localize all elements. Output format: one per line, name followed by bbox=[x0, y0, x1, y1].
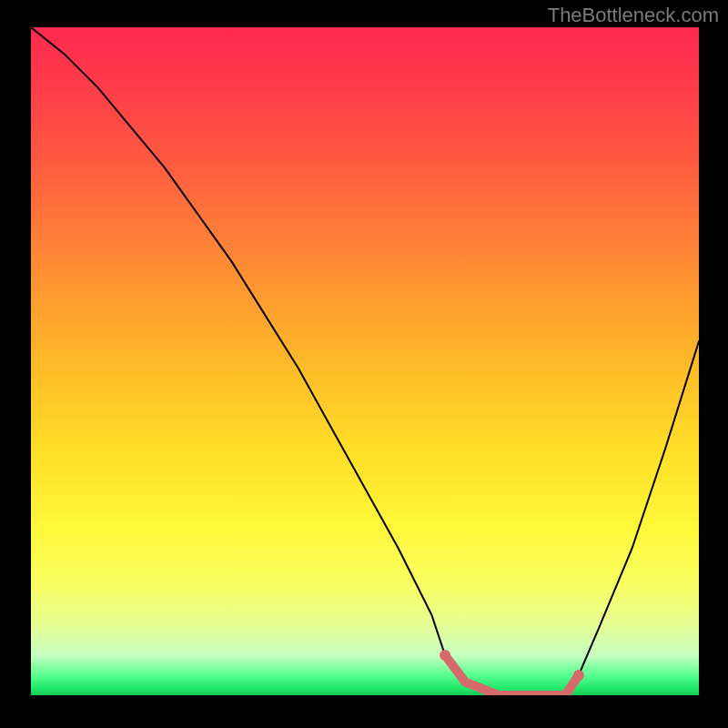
highlight-dot-left bbox=[440, 650, 450, 661]
bottleneck-curve-path bbox=[31, 27, 699, 695]
optimal-range-highlight bbox=[445, 655, 579, 695]
chart-plot-area bbox=[31, 27, 699, 695]
highlight-dot-right bbox=[573, 670, 584, 681]
watermark-text: TheBottleneck.com bbox=[548, 4, 719, 27]
chart-svg bbox=[31, 27, 699, 695]
